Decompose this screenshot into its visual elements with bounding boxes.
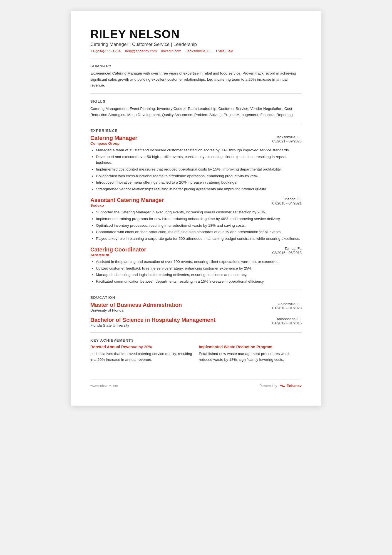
exp-3-bullets: Assisted in the planning and execution o… [90,259,302,284]
achievements-title: KEY ACHIEVEMENTS [90,338,302,342]
exp-3-location: Tampa, FL [260,246,302,251]
exp-2-company: Sodexo [90,203,164,208]
summary-title: SUMMARY [90,64,302,68]
experience-entry-3: Catering Coordinator ARAMARK Tampa, FL 0… [90,246,302,284]
achievement-item-1: Boosted Annual Revenue by 20% Led initia… [90,345,193,363]
list-item: Implemented training programs for new hi… [96,216,302,222]
summary-section: SUMMARY Experienced Catering Manager wit… [90,64,302,88]
edu-1-degree: Master of Business Administration [90,302,182,308]
exp-2-title: Assistant Catering Manager [90,197,164,203]
edu-2-degree: Bachelor of Science in Hospitality Manag… [90,317,215,323]
list-item: Assisted in the planning and execution o… [96,259,302,265]
exp-3-date: 03/2016 - 06/2018 [260,251,302,255]
edu-1-location: Gainesville, FL [260,302,302,306]
exp-1-location: Jacksonville, FL [260,135,302,139]
achievements-grid: Boosted Annual Revenue by 20% Led initia… [90,345,302,363]
list-item: Collaborated with cross-functional teams… [96,173,302,179]
exp-2-bullets: Supported the Catering Manager in execut… [90,209,302,241]
powered-by-label: Powered by [259,384,277,388]
edu-1-date: 01/2018 - 01/2020 [260,306,302,310]
exp-1-title: Catering Manager [90,135,137,141]
experience-title: EXPERIENCE [90,129,302,133]
exp-2-date: 07/2018 - 04/2021 [260,201,302,205]
edu-entry-1: Master of Business Administration Univer… [90,302,302,312]
candidate-tagline: Catering Manager | Customer Service | Le… [90,42,302,47]
exp-2-location: Orlando, FL [260,197,302,201]
list-item: Managed a team of 15 staff and increased… [96,147,302,153]
list-item: Optimized inventory processes, resulting… [96,223,302,229]
contact-phone: +1-(234)-555-1234 [90,49,121,53]
brand-name: Enhancv [287,384,302,388]
list-item: Managed scheduling and logistics for cat… [96,272,302,278]
contact-email[interactable]: help@enhancv.com [125,49,157,53]
achievement-1-body: Led initiatives that improved catering s… [90,351,193,363]
experience-section: EXPERIENCE Catering Manager Compass Grou… [90,129,302,285]
education-section: EDUCATION Master of Business Administrat… [90,295,302,327]
header-section: RILEY NELSON Catering Manager | Customer… [90,28,302,53]
list-item: Utilized customer feedback to refine ser… [96,265,302,272]
list-item: Implemented cost-control measures that r… [96,166,302,172]
footer-brand: Powered by Enhancv [259,383,302,389]
skills-title: SKILLS [90,99,302,103]
experience-entry-2: Assistant Catering Manager Sodexo Orland… [90,197,302,241]
header-divider [90,58,302,58]
summary-body: Experienced Catering Manager with over t… [90,70,302,88]
exp-1-bullets: Managed a team of 15 staff and increased… [90,147,302,192]
candidate-name: RILEY NELSON [90,28,302,41]
skills-body: Catering Management, Event Planning, Inv… [90,106,302,118]
list-item: Developed and executed over 50 high-prof… [96,154,302,166]
education-divider [90,290,302,290]
achievements-divider [90,332,302,333]
achievement-item-2: Implemented Waste Reduction Program Esta… [199,345,302,363]
edu-2-date: 01/2012 - 01/2016 [260,321,302,325]
list-item: Strengthened vendor relationships result… [96,186,302,192]
edu-1-school: University of Florida [90,308,182,312]
contact-line: +1-(234)-555-1234 help@enhancv.com linke… [90,49,302,53]
edu-2-school: Florida State University [90,323,215,327]
achievement-2-body: Established new waste management procedu… [199,351,302,363]
exp-3-title: Catering Coordinator [90,246,146,253]
achievement-1-title: Boosted Annual Revenue by 20% [90,345,193,349]
logo-icon [279,383,286,389]
experience-divider [90,123,302,123]
skills-divider [90,93,302,94]
exp-1-date: 05/2021 - 09/2023 [260,139,302,143]
edu-2-location: Tallahassee, FL [260,317,302,321]
experience-entry-1: Catering Manager Compass Group Jacksonvi… [90,135,302,192]
contact-location: Jacksonville, FL [186,49,211,53]
list-item: Facilitated communication between depart… [96,278,302,285]
list-item: Supported the Catering Manager in execut… [96,209,302,215]
edu-entry-2: Bachelor of Science in Hospitality Manag… [90,317,302,327]
contact-linkedin[interactable]: linkedin.com [161,49,181,53]
footer-url: www.enhancv.com [90,384,118,388]
exp-1-company: Compass Group [90,141,137,145]
enhancv-logo: Enhancv [279,383,302,389]
resume-page: RILEY NELSON Catering Manager | Customer… [71,11,321,406]
list-item: Introduced innovative menu offerings tha… [96,179,302,186]
list-item: Played a key role in planning a corporat… [96,236,302,242]
list-item: Coordinated with chefs on food productio… [96,229,302,235]
page-footer: www.enhancv.com Powered by Enhancv [90,379,302,389]
achievements-section: KEY ACHIEVEMENTS Boosted Annual Revenue … [90,338,302,363]
education-title: EDUCATION [90,295,302,300]
achievement-2-title: Implemented Waste Reduction Program [199,345,302,349]
exp-3-company: ARAMARK [90,253,146,257]
skills-section: SKILLS Catering Management, Event Planni… [90,99,302,118]
contact-extra: Extra Field [216,49,233,53]
